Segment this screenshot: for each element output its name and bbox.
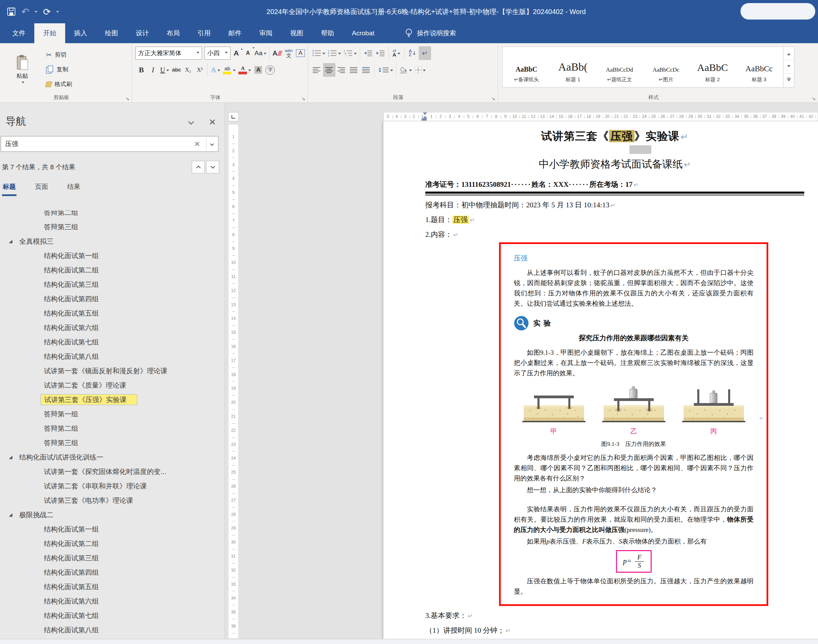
copy-button[interactable]: 复制 xyxy=(44,62,74,77)
ribbon-tab[interactable]: 帮助 xyxy=(312,23,343,43)
nav-heading-item[interactable]: 试讲第三套《电功率》理论课 xyxy=(0,493,224,508)
expand-triangle-icon[interactable]: ◢ xyxy=(9,508,12,522)
font-size-select[interactable]: 小四 xyxy=(204,47,230,60)
increase-indent-button[interactable] xyxy=(374,46,386,60)
asian-layout-button[interactable]: ⇄A xyxy=(390,46,403,60)
justify-button[interactable] xyxy=(348,63,360,77)
phonetic-guide-button[interactable]: wén文 xyxy=(283,46,295,60)
box-paragraph[interactable]: 考虑海绵所受小桌对它的压力和受力面积两个因素，甲图和乙图相比，哪个因素相同、哪个… xyxy=(514,453,753,484)
nav-heading-item[interactable]: 试讲第一套《镜面反射和漫反射》理论课 xyxy=(0,363,224,378)
decrease-indent-button[interactable] xyxy=(362,46,374,60)
distribute-button[interactable] xyxy=(360,63,372,77)
subscript-button[interactable]: X₂ xyxy=(182,63,194,77)
vertical-ruler[interactable]: 1234567891011121314151617181920212223242… xyxy=(228,124,239,639)
paste-button[interactable]: 粘贴 xyxy=(6,47,39,92)
nav-heading-item[interactable]: 结构化面试第六组 xyxy=(0,320,224,335)
italic-button[interactable]: I xyxy=(147,63,159,77)
ribbon-tab[interactable]: 视图 xyxy=(281,23,312,43)
font-dialog-launcher[interactable]: ↘ xyxy=(301,96,305,101)
nav-heading-item[interactable]: 结构化面试第八组 xyxy=(0,349,224,363)
styles-scroll-down[interactable] xyxy=(783,60,794,74)
doc-title[interactable]: 试讲第三套《压强》实验课↵ xyxy=(425,128,804,145)
styles-dialog-launcher[interactable]: ↘ xyxy=(812,96,816,101)
search-options-caret[interactable] xyxy=(206,139,213,149)
clear-formatting-button[interactable]: A xyxy=(271,46,283,60)
clipboard-dialog-launcher[interactable]: ↘ xyxy=(125,96,129,101)
nav-heading-item[interactable]: 答辩第二组 xyxy=(0,421,224,435)
tab-selector[interactable] xyxy=(228,112,239,121)
enclose-characters-button[interactable]: 字 xyxy=(264,63,276,77)
ribbon-tab[interactable]: Acrobat xyxy=(343,23,383,43)
nav-heading-item[interactable]: 结构化面试第三组 xyxy=(0,277,224,292)
previous-result-button[interactable] xyxy=(192,161,205,173)
nav-heading-item[interactable]: 结构化面试第七组 xyxy=(0,608,224,623)
character-shading-button[interactable]: A xyxy=(252,63,264,77)
bold-button[interactable]: B xyxy=(135,63,147,77)
nav-heading-item[interactable]: 结构化面试第五组 xyxy=(0,580,224,594)
underline-button[interactable]: U xyxy=(159,63,171,77)
superscript-button[interactable]: X² xyxy=(194,63,205,77)
format-painter-button[interactable]: 格式刷 xyxy=(44,77,74,92)
align-right-button[interactable] xyxy=(335,63,348,77)
style-card[interactable]: AaBb( 标题 1 xyxy=(550,48,597,86)
nav-heading-item[interactable]: ◢ 结构化面试/试讲强化训练一 xyxy=(0,450,224,465)
ribbon-tab[interactable]: 审阅 xyxy=(251,23,281,43)
grow-font-button[interactable]: A xyxy=(231,46,242,60)
horizontal-ruler[interactable]: 54321 1234567891011121314151617181920212… xyxy=(240,112,818,121)
ribbon-tab[interactable]: 插入 xyxy=(65,23,96,43)
nav-heading-item[interactable]: 结构化面试第一组 xyxy=(0,522,224,537)
line-spacing-button[interactable]: ↕ xyxy=(376,63,394,77)
character-border-button[interactable]: A xyxy=(295,46,306,60)
nav-pane-options-chevron[interactable] xyxy=(188,119,194,124)
align-center-button[interactable] xyxy=(323,63,335,77)
style-card[interactable]: AaBbCcDc ↵图片 xyxy=(643,48,689,86)
ribbon-tab[interactable]: 开始 xyxy=(34,23,65,43)
experiment-title[interactable]: 探究压力作用的效果跟哪些因素有关 xyxy=(514,333,753,343)
nav-pane-close-button[interactable]: × xyxy=(209,116,216,127)
sort-button[interactable]: AZ↓ xyxy=(406,46,419,60)
qat-customize-caret[interactable] xyxy=(56,11,59,14)
ribbon-tab[interactable]: 文件 xyxy=(3,23,34,43)
style-card[interactable]: AaBbC 标题 2 xyxy=(689,48,736,86)
nav-tab[interactable]: 标题 xyxy=(2,182,17,196)
box-paragraph[interactable]: 实验结果表明，压力作用的效果不仅跟压力的大小有关，而且跟压力的受力面积有关。要比… xyxy=(514,504,753,535)
borders-button[interactable] xyxy=(413,63,427,77)
undo-dropdown-caret[interactable] xyxy=(35,11,37,14)
box-paragraph[interactable]: 压强在数值上等于物体单位面积所受的压力。压强越大，压力产生的效果越明显。 xyxy=(514,576,753,597)
style-card[interactable]: AaBbC ↵备课纸头 xyxy=(503,48,550,86)
nav-heading-item[interactable]: 答辩第三组 xyxy=(0,220,224,234)
box-heading[interactable]: 压强 xyxy=(514,254,753,263)
nav-heading-item[interactable]: 试讲第二套《质量》理论课 xyxy=(0,378,224,393)
strikethrough-button[interactable]: abc xyxy=(171,63,182,77)
expand-triangle-icon[interactable]: ◢ xyxy=(9,450,12,465)
ribbon-tab[interactable]: 设计 xyxy=(127,23,158,43)
redo-button[interactable]: ⟳ xyxy=(43,6,51,17)
ribbon-tab[interactable]: 布局 xyxy=(158,23,189,43)
topic-line[interactable]: 1.题目：压强↵ xyxy=(425,215,804,225)
nav-heading-item[interactable]: 结构化面试第五组 xyxy=(0,306,224,320)
requirements-title[interactable]: 3.基本要求：↵ xyxy=(425,611,804,621)
nav-heading-item[interactable]: 答辩第一组 xyxy=(0,407,224,421)
doc-subtitle[interactable]: 中小学教师资格考试面试备课纸↵ xyxy=(425,156,804,172)
hanging-indent-marker[interactable] xyxy=(423,114,427,119)
font-name-select[interactable]: 方正大雅宋简体 xyxy=(135,47,202,60)
font-color-button[interactable]: A xyxy=(237,63,252,77)
nav-tab[interactable]: 结果 xyxy=(66,182,81,196)
bullets-button[interactable] xyxy=(311,46,326,60)
nav-heading-item[interactable]: 答辩第三组 xyxy=(0,435,224,450)
candidate-info-line[interactable]: 准考证号：13111623508921······姓名：XXX······所在考… xyxy=(425,179,804,190)
numbering-button[interactable]: 123 xyxy=(326,46,342,60)
styles-scroll-up[interactable] xyxy=(783,47,794,60)
content-label-line[interactable]: 2.内容：↵ xyxy=(425,230,804,239)
subject-line[interactable]: 报考科目：初中物理抽题时间：2023 年 5 月 13 日 10:14:13↵ xyxy=(425,200,804,210)
ribbon-tab[interactable]: 引用 xyxy=(189,23,220,43)
nav-heading-item[interactable]: 结构化面试第六组 xyxy=(0,594,224,608)
box-paragraph[interactable]: 想一想，从上面的实验中你能得到什么结论？ xyxy=(514,485,753,495)
tell-me-search[interactable]: 操作说明搜索 xyxy=(405,23,456,43)
nav-heading-item[interactable]: 结构化面试第二组 xyxy=(0,263,224,277)
nav-heading-item[interactable]: 试讲第三套《压强》实验课 xyxy=(0,393,224,407)
nav-heading-item[interactable]: 结构化面试第八组 xyxy=(0,623,224,637)
shading-button[interactable] xyxy=(398,63,413,77)
nav-heading-item[interactable]: 结构化面试第三组 xyxy=(0,551,224,565)
style-card[interactable]: AaBbCc 标题 3 xyxy=(736,48,782,86)
